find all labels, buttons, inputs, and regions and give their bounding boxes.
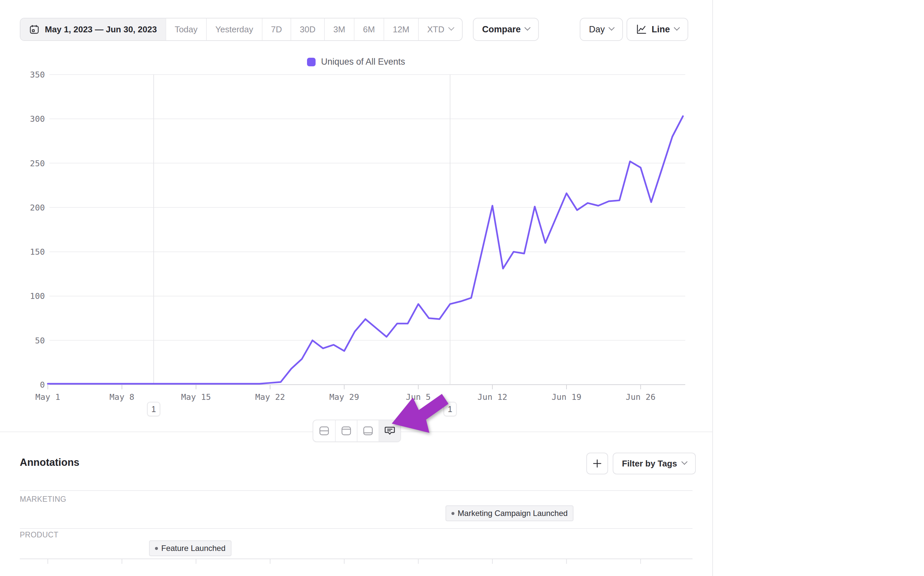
annotation-group-product: PRODUCT [20,530,58,539]
annotation-chip[interactable]: Feature Launched [149,540,231,556]
filter-by-tags-button[interactable]: Filter by Tags [613,453,696,474]
svg-text:Jun 19: Jun 19 [552,392,581,402]
svg-text:May 22: May 22 [255,392,285,402]
line-chart[interactable]: 050100150200250300350May 1May 8May 15May… [0,0,712,432]
divider [20,490,693,491]
annotations-timeline-ticks [0,558,712,576]
svg-text:May 8: May 8 [110,392,134,402]
svg-text:May 15: May 15 [181,392,211,402]
svg-text:Jun 26: Jun 26 [626,392,655,402]
chevron-down-icon [681,459,687,464]
svg-text:150: 150 [30,247,45,257]
annotation-chip-label: Feature Launched [161,544,225,553]
main-pane: May 1, 2023 — Jun 30, 2023 Today Yesterd… [0,0,712,576]
svg-text:350: 350 [30,70,45,80]
annotation-marker-badge[interactable]: 1 [147,402,160,416]
divider [20,528,693,529]
add-annotation-button[interactable] [586,453,608,474]
annotation-chip[interactable]: Marketing Campaign Launched [445,506,574,521]
annotation-dot-icon [452,512,455,515]
svg-text:0: 0 [40,380,45,390]
svg-text:200: 200 [30,203,45,213]
filter-by-tags-label: Filter by Tags [622,459,677,469]
annotation-dot-icon [155,547,158,550]
annotations-panel-title: Annotations [20,457,80,469]
svg-text:100: 100 [30,291,45,301]
pointer-arrow [373,383,472,449]
svg-text:250: 250 [30,159,45,168]
query-sidebar: Query Chart Annotations [712,0,924,576]
svg-text:May 29: May 29 [329,392,359,402]
svg-text:Jun 12: Jun 12 [477,392,507,402]
annotation-chip-label: Marketing Campaign Launched [458,509,568,518]
top-panel-icon[interactable] [335,420,357,442]
split-rows-icon[interactable] [313,420,335,442]
svg-text:May 1: May 1 [35,392,60,402]
svg-text:300: 300 [30,114,45,124]
svg-text:50: 50 [35,336,45,346]
annotation-group-marketing: MARKETING [20,495,66,504]
